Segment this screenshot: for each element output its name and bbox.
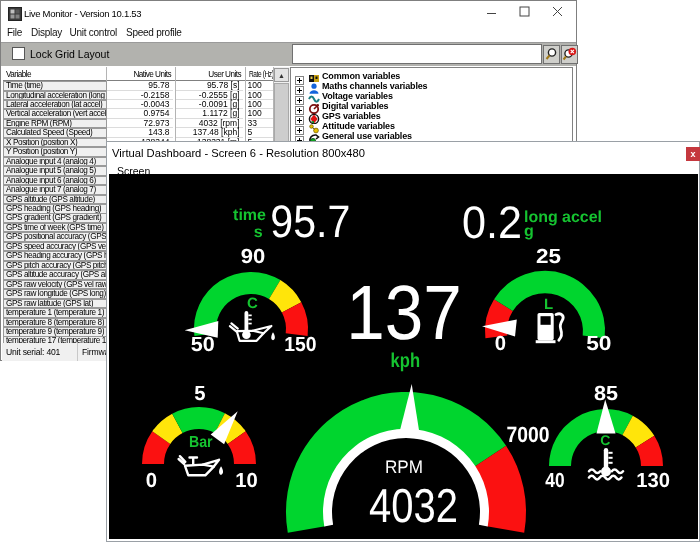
- svg-text:Bar: Bar: [189, 434, 213, 451]
- svg-text:137: 137: [346, 270, 462, 356]
- svg-text:95.7: 95.7: [270, 196, 350, 247]
- svg-text:50: 50: [191, 334, 215, 356]
- svg-text:50: 50: [586, 333, 611, 355]
- svg-text:C: C: [247, 295, 258, 312]
- svg-text:90: 90: [241, 246, 266, 268]
- svg-text:RPM: RPM: [385, 457, 423, 477]
- svg-text:150: 150: [284, 334, 316, 356]
- svg-text:s: s: [254, 224, 263, 241]
- svg-text:5: 5: [194, 383, 205, 405]
- svg-text:kph: kph: [391, 350, 421, 372]
- svg-text:0.2: 0.2: [462, 197, 522, 248]
- svg-text:C: C: [600, 432, 610, 448]
- svg-text:25: 25: [536, 246, 561, 268]
- svg-text:g: g: [524, 223, 534, 240]
- svg-text:long accel: long accel: [524, 209, 602, 226]
- svg-text:L: L: [544, 296, 553, 313]
- svg-text:7000: 7000: [507, 422, 550, 447]
- svg-text:40: 40: [545, 470, 564, 492]
- svg-text:0: 0: [495, 333, 506, 355]
- svg-text:time: time: [233, 207, 266, 224]
- svg-text:85: 85: [594, 383, 618, 405]
- svg-text:4032: 4032: [369, 480, 458, 533]
- svg-text:10: 10: [235, 470, 258, 492]
- svg-text:0: 0: [146, 470, 157, 492]
- svg-text:130: 130: [636, 470, 670, 492]
